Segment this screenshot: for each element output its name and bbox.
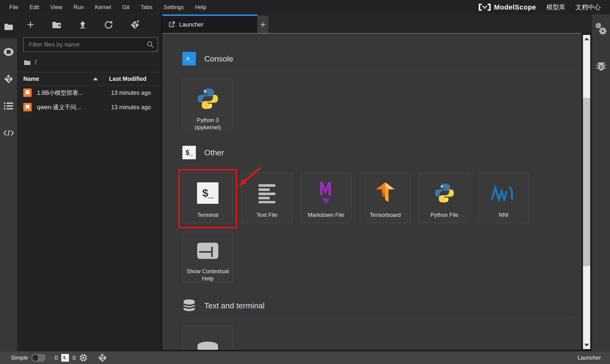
menu-settings[interactable]: Settings: [158, 0, 189, 14]
menu-edit[interactable]: Edit: [24, 0, 45, 14]
sidebar-tab-property-inspector[interactable]: [595, 23, 607, 36]
notebook-icon: [23, 89, 32, 97]
card-label: Terminal: [195, 211, 220, 219]
terminal-section-icon: $_: [182, 146, 196, 159]
terminal-icon: $_: [197, 182, 219, 204]
sidebar-tab-git[interactable]: [0, 65, 17, 92]
scrollbar-gutter: [581, 34, 592, 350]
section-divider: [182, 317, 575, 317]
tensorboard-icon: [374, 181, 396, 205]
sidebar-tab-extensions[interactable]: [0, 119, 17, 146]
file-modified: 13 minutes ago: [108, 104, 161, 111]
simple-mode-label: Simple: [11, 354, 28, 361]
terminal-count: 0: [54, 354, 58, 361]
triangle-down-icon: [584, 344, 589, 347]
other-cards-row2: Show Contextual Help: [182, 232, 575, 282]
section-text-terminal-header: Text and terminal: [182, 299, 575, 312]
tab-launcher[interactable]: Launcher: [162, 14, 257, 33]
toggle-knob: [32, 355, 38, 361]
status-bar: Simple 0 $_ 0 Launcher: [0, 351, 610, 364]
card-tensorboard[interactable]: Tensorboard: [360, 173, 411, 223]
menu-git[interactable]: Git: [117, 0, 135, 14]
new-folder-button[interactable]: [52, 20, 62, 30]
scroll-down-button[interactable]: [583, 342, 590, 349]
text-file-icon: [257, 181, 277, 205]
scroll-up-button[interactable]: [583, 35, 590, 42]
section-other-header: $_ Other: [182, 145, 575, 159]
card-terminal[interactable]: $_ Terminal: [182, 173, 233, 223]
card-contextual-help[interactable]: Show Contextual Help: [182, 232, 233, 282]
launcher-icon: [169, 21, 175, 28]
nav-model-hub[interactable]: 模型库: [546, 3, 565, 12]
new-tab-button[interactable]: +: [257, 16, 268, 33]
sidebar-tab-file-browser[interactable]: [0, 14, 17, 39]
filter-box: [23, 37, 158, 52]
file-row[interactable]: qwen-通义千问... 13 minutes ago: [17, 100, 161, 114]
section-title: Console: [204, 54, 233, 63]
console-cards: Python 3 (ipykernel): [182, 79, 575, 129]
simple-mode-control: Simple: [0, 354, 46, 362]
git-status-icon: [97, 352, 108, 363]
triangle-up-icon: [584, 38, 589, 40]
gears-icon: [595, 23, 607, 35]
kernel-session-status[interactable]: 0 $_ 0: [54, 353, 88, 362]
sidebar-tab-running[interactable]: [0, 39, 17, 65]
simple-mode-toggle[interactable]: [31, 354, 46, 362]
upload-button[interactable]: [78, 20, 88, 30]
card-label: Python 3 (ipykernel): [182, 117, 233, 131]
card-nni[interactable]: NNI: [478, 173, 529, 223]
menu-file[interactable]: File: [4, 0, 24, 14]
file-name: 1.8B小模型部署...: [37, 89, 108, 97]
card-python3-console[interactable]: Python 3 (ipykernel): [182, 79, 233, 129]
card-text-file[interactable]: Text File: [242, 173, 292, 223]
main-dock-panel: Launcher + >_ Console: [162, 14, 592, 351]
git-clone-button[interactable]: [130, 20, 140, 30]
menu-help[interactable]: Help: [189, 0, 212, 14]
scrollbar-thumb[interactable]: [583, 98, 590, 266]
right-activity-bar: [592, 14, 610, 351]
refresh-icon: [104, 20, 113, 29]
brand-area: ModelScope 模型库 文档中心: [479, 3, 610, 12]
menu-view[interactable]: View: [45, 0, 68, 14]
modelscope-logo-icon: [479, 4, 491, 11]
git-status[interactable]: [97, 352, 108, 363]
file-row[interactable]: 1.8B小模型部署... 13 minutes ago: [17, 85, 161, 100]
section-divider: [182, 70, 575, 71]
file-browser-panel: / Name Last Modified 1.8B小模型部署... 13 min…: [17, 14, 161, 351]
python-logo-icon: [196, 87, 220, 110]
breadcrumb-root[interactable]: /: [35, 59, 37, 66]
card-python-file[interactable]: Python File: [419, 173, 470, 223]
python-logo-icon: [434, 181, 455, 205]
card-text-terminal[interactable]: [182, 326, 233, 350]
card-label: Markdown File: [306, 211, 346, 219]
left-rail-icons: [0, 39, 17, 146]
modified-header-label: Last Modified: [109, 76, 146, 82]
nav-doc-center[interactable]: 文档中心: [575, 3, 601, 12]
sidebar-tab-toc[interactable]: [0, 92, 17, 119]
card-markdown-file[interactable]: Markdown File: [301, 173, 351, 223]
file-list-header: Name Last Modified: [17, 72, 161, 85]
tab-label: Launcher: [179, 21, 203, 28]
filter-files-input[interactable]: [23, 37, 158, 52]
refresh-button[interactable]: [104, 20, 114, 30]
column-header-modified[interactable]: Last Modified: [104, 72, 161, 85]
home-folder-icon[interactable]: [24, 60, 31, 65]
menu-tabs[interactable]: Tabs: [135, 0, 158, 14]
scrollbar-track[interactable]: [583, 35, 590, 349]
git-icon: [3, 74, 14, 84]
file-name: qwen-通义千问...: [37, 104, 108, 111]
kernel-chip-icon: [79, 353, 88, 362]
new-launcher-button[interactable]: [26, 20, 36, 30]
card-label: Show Contextual Help: [182, 268, 233, 282]
section-title: Other: [204, 148, 224, 157]
database-icon: [182, 299, 196, 312]
menu-kernel[interactable]: Kernel: [90, 0, 117, 14]
section-console-header: >_ Console: [182, 52, 575, 66]
kernel-count: 0: [72, 354, 76, 361]
terminal-status-icon: $_: [61, 354, 69, 362]
column-header-name[interactable]: Name: [17, 72, 104, 85]
sidebar-tab-debugger[interactable]: [595, 61, 607, 72]
left-activity-bar: [0, 14, 17, 351]
section-title: Text and terminal: [204, 301, 265, 310]
menu-run[interactable]: Run: [68, 0, 90, 14]
